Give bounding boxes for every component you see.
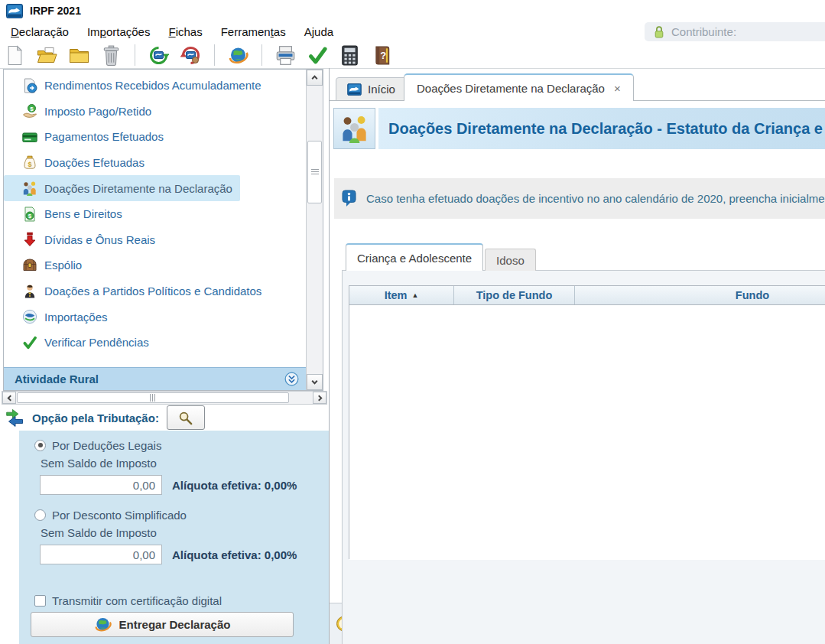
subtab-idoso[interactable]: Idoso	[485, 249, 536, 271]
tax-option-label: Por Deduções Legais	[52, 439, 161, 452]
card-icon	[22, 129, 37, 145]
toolbar-print-button[interactable]	[275, 45, 296, 66]
thumb-grip	[150, 394, 156, 402]
trash-icon	[101, 45, 122, 66]
toolbar-restore-copy-button[interactable]	[148, 45, 169, 66]
toolbar-backup-copy-button[interactable]	[180, 45, 201, 66]
thumb-grip	[311, 169, 319, 175]
sidebar-item-doacoes-a-partidos-politicos-e-candidatos[interactable]: Doações a Partidos Políticos e Candidato…	[4, 278, 269, 304]
subtab-label: Criança e Adolescente	[357, 252, 472, 265]
money-bag-icon: $	[22, 155, 37, 171]
amount-input[interactable]	[40, 545, 162, 564]
column-header-item[interactable]: Item▲	[349, 286, 454, 304]
toolbar-verify-button[interactable]	[307, 45, 328, 66]
toolbar-folder-button[interactable]	[69, 45, 89, 66]
menu-ajuda[interactable]: Ajuda	[295, 23, 343, 41]
column-header-fundo[interactable]: Fundo	[575, 286, 825, 304]
tab-doacoes-diretamente-na-declaracao[interactable]: Doações Diretamente na Declaração×	[404, 73, 634, 101]
tab-inicio[interactable]: Início	[336, 77, 407, 101]
sidebar-item-dividas-e-onus-reais[interactable]: Dívidas e Ônus Reais	[4, 227, 163, 253]
horizontal-scrollbar[interactable]	[2, 391, 327, 405]
column-label: Fundo	[736, 289, 769, 301]
sidebar-item-rendimentos-recebidos-acumuladamente[interactable]: Rendimentos Recebidos Acumuladamente	[4, 73, 269, 99]
chevron-up-icon	[310, 73, 319, 82]
subtab-crianca-e-adolescente[interactable]: Criança e Adolescente	[346, 243, 483, 271]
menu-ferramentas[interactable]: Ferramentas	[212, 23, 295, 41]
radio-por-deducoes-legais[interactable]: Por Deduções Legais	[34, 437, 329, 454]
sidebar-item-espolio[interactable]: Espólio	[4, 252, 89, 278]
menu-fichas[interactable]: Fichas	[159, 23, 211, 41]
tax-option-label: Por Desconto Simplificado	[52, 509, 187, 522]
tax-option-search-button[interactable]	[167, 405, 205, 430]
radio-icon[interactable]	[34, 440, 46, 451]
amount-input[interactable]	[40, 475, 162, 495]
tab-label: Doações Diretamente na Declaração	[417, 82, 605, 95]
sidebar-item-doacoes-diretamente-na-declaracao[interactable]: Doações Diretamente na Declaração	[4, 175, 240, 201]
checkbox-icon[interactable]	[34, 595, 46, 607]
scroll-up-button[interactable]	[307, 70, 323, 86]
menu-importacoes[interactable]: Importações	[78, 23, 160, 41]
toolbar-online-services-button[interactable]	[228, 45, 248, 66]
red-down-arrow-icon	[22, 232, 37, 247]
radio-por-desconto-simplificado[interactable]: Por Desconto Simplificado	[34, 506, 329, 523]
vertical-scroll-thumb[interactable]	[307, 141, 322, 203]
menu-items: DeclaraçãoImportaçõesFichasFerramentasAj…	[2, 23, 343, 41]
sidebar-item-imposto-pago-retido[interactable]: $Imposto Pago/Retido	[4, 99, 159, 125]
toolbar-open-declaration-button[interactable]	[37, 45, 57, 66]
chevron-right-icon	[316, 394, 324, 402]
sidebar-tree: Rendimentos Recebidos Acumuladamente$Imp…	[3, 69, 323, 391]
calculator-icon	[339, 45, 360, 66]
toolbar-help-button[interactable]: ?	[372, 45, 392, 66]
scroll-down-button[interactable]	[307, 374, 323, 390]
menu-declaracao[interactable]: Declaração	[2, 23, 78, 41]
scroll-right-button[interactable]	[313, 392, 326, 404]
header-icon-box	[333, 108, 375, 149]
window-title: IRPF 2021	[30, 5, 81, 17]
section-atividade-rural[interactable]: Atividade Rural	[4, 367, 307, 390]
green-check-icon	[22, 335, 37, 350]
family-icon	[22, 181, 37, 196]
toolbar-new-declaration-button[interactable]	[5, 45, 25, 66]
tax-option-block-por-deducoes-legais: Por Deduções LegaisSem Saldo de ImpostoA…	[31, 437, 329, 495]
chevron-down-icon	[310, 378, 319, 386]
sidebar-item-label: Bens e Direitos	[44, 207, 122, 220]
table-header-row: Item▲Tipo de FundoFundo	[349, 286, 825, 305]
menu-bar: DeclaraçãoImportaçõesFichasFerramentasAj…	[0, 21, 825, 42]
close-tab-icon[interactable]: ×	[614, 82, 621, 95]
toolbar-delete-button[interactable]	[101, 45, 122, 66]
column-header-tipo-de-fundo[interactable]: Tipo de Fundo	[454, 286, 575, 304]
sidebar-item-importacoes[interactable]: Importações	[4, 304, 115, 330]
radio-icon[interactable]	[34, 509, 46, 521]
sidebar-item-doacoes-efetuadas[interactable]: $Doações Efetuadas	[4, 150, 152, 176]
tax-option-note: Sem Saldo de Imposto	[41, 526, 329, 542]
certify-checkbox-label: Transmitir com certificação digital	[52, 594, 222, 607]
lock-icon	[654, 25, 664, 39]
entregar-declaracao-button[interactable]: Entregar Declaração	[31, 612, 294, 637]
folder-icon	[69, 45, 89, 66]
horizontal-scroll-thumb[interactable]	[17, 392, 289, 403]
contribuinte-label: Contribuinte:	[671, 25, 736, 38]
certify-checkbox-row[interactable]: Transmitir com certificação digital	[34, 594, 329, 607]
sidebar-item-verificar-pendencias[interactable]: Verificar Pendências	[4, 330, 157, 356]
toolbar-separator	[261, 44, 262, 66]
scroll-left-button[interactable]	[2, 392, 16, 404]
tax-option-block-por-desconto-simplificado: Por Desconto SimplificadoSem Saldo de Im…	[31, 506, 329, 564]
subtab-label: Idoso	[496, 254, 525, 267]
tab-content-panel: Item▲Tipo de FundoFundo	[342, 270, 825, 644]
donations-table: Item▲Tipo de FundoFundo	[349, 285, 825, 559]
printer-icon	[275, 45, 296, 66]
toolbar-calculator-button[interactable]	[339, 45, 360, 66]
chevron-left-icon	[5, 394, 14, 402]
info-icon	[342, 190, 356, 207]
sidebar-item-bens-e-direitos[interactable]: $Bens e Direitos	[4, 201, 130, 227]
double-chevron-down-icon[interactable]	[284, 372, 299, 386]
sidebar-item-label: Rendimentos Recebidos Acumuladamente	[44, 79, 261, 92]
globe-icon	[94, 616, 112, 633]
tax-option-blocks: Por Deduções LegaisSem Saldo de ImpostoA…	[31, 437, 329, 564]
vertical-scrollbar[interactable]	[306, 70, 323, 390]
globe-icon	[228, 45, 248, 66]
sidebar-item-pagamentos-efetuados[interactable]: Pagamentos Efetuados	[4, 124, 171, 150]
sidebar-item-label: Pagamentos Efetuados	[44, 130, 164, 143]
sidebar-item-label: Verificar Pendências	[44, 336, 149, 349]
tax-option-value-row: Alíquota efetiva: 0,00%	[40, 475, 329, 495]
